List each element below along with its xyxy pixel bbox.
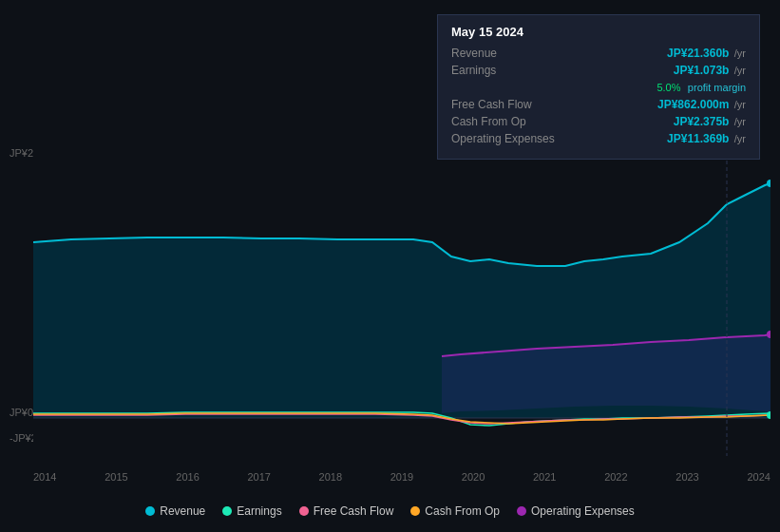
- tooltip-cashop-row: Cash From Op JP¥2.375b /yr: [451, 115, 746, 128]
- legend-label-cash-from-op: Cash From Op: [425, 504, 500, 518]
- x-label-2024: 2024: [747, 471, 770, 483]
- legend-label-earnings: Earnings: [237, 504, 281, 518]
- tooltip-earnings-label: Earnings: [451, 64, 565, 77]
- tooltip-fcf-row: Free Cash Flow JP¥862.000m /yr: [451, 98, 746, 111]
- x-axis: 2014 2015 2016 2017 2018 2019 2020 2021 …: [33, 471, 770, 483]
- tooltip-fcf-label: Free Cash Flow: [451, 98, 565, 111]
- legend-dot-fcf: [299, 506, 309, 516]
- legend-dot-earnings: [222, 506, 232, 516]
- x-label-2014: 2014: [33, 471, 56, 483]
- tooltip-earnings-value: JP¥1.073b: [674, 64, 730, 77]
- x-label-2020: 2020: [462, 471, 485, 483]
- legend-item-revenue[interactable]: Revenue: [145, 504, 205, 518]
- x-label-2021: 2021: [533, 471, 556, 483]
- y-label-zero: JP¥0: [10, 407, 33, 418]
- legend-label-fcf: Free Cash Flow: [314, 504, 394, 518]
- tooltip-opex-row: Operating Expenses JP¥11.369b /yr: [451, 132, 746, 145]
- tooltip-revenue-value: JP¥21.360b: [667, 47, 729, 60]
- chart-legend: Revenue Earnings Free Cash Flow Cash Fro…: [0, 504, 780, 518]
- tooltip-cashop-label: Cash From Op: [451, 115, 565, 128]
- tooltip-profit-margin-value: 5.0%: [656, 82, 680, 93]
- tooltip-earnings-row: Earnings JP¥1.073b /yr: [451, 64, 746, 77]
- legend-dot-revenue: [145, 506, 155, 516]
- x-label-2023: 2023: [675, 471, 698, 483]
- tooltip-earnings-unit: /yr: [734, 65, 746, 76]
- x-label-2016: 2016: [176, 471, 199, 483]
- tooltip-opex-unit: /yr: [734, 133, 746, 144]
- chart-svg: [33, 147, 770, 456]
- tooltip-profit-margin-row: 5.0% profit margin: [451, 81, 746, 94]
- tooltip-panel: May 15 2024 Revenue JP¥21.360b /yr Earni…: [437, 14, 760, 160]
- legend-item-opex[interactable]: Operating Expenses: [517, 504, 635, 518]
- tooltip-cashop-unit: /yr: [734, 116, 746, 127]
- tooltip-opex-value: JP¥11.369b: [667, 132, 729, 145]
- x-label-2019: 2019: [390, 471, 413, 483]
- tooltip-revenue-unit: /yr: [734, 48, 746, 59]
- tooltip-fcf-unit: /yr: [734, 99, 746, 110]
- legend-item-earnings[interactable]: Earnings: [222, 504, 281, 518]
- legend-label-revenue: Revenue: [160, 504, 205, 518]
- tooltip-opex-label: Operating Expenses: [451, 132, 565, 145]
- legend-dot-cash-from-op: [410, 506, 420, 516]
- legend-dot-opex: [517, 506, 526, 516]
- tooltip-revenue-label: Revenue: [451, 47, 565, 60]
- tooltip-date: May 15 2024: [451, 25, 746, 39]
- x-label-2018: 2018: [319, 471, 342, 483]
- tooltip-revenue-row: Revenue JP¥21.360b /yr: [451, 47, 746, 60]
- x-label-2022: 2022: [604, 471, 627, 483]
- x-label-2017: 2017: [247, 471, 270, 483]
- chart-container: May 15 2024 Revenue JP¥21.360b /yr Earni…: [0, 0, 780, 532]
- legend-item-cash-from-op[interactable]: Cash From Op: [410, 504, 500, 518]
- legend-label-opex: Operating Expenses: [531, 504, 635, 518]
- tooltip-cashop-value: JP¥2.375b: [674, 115, 730, 128]
- tooltip-fcf-value: JP¥862.000m: [657, 98, 729, 111]
- tooltip-profit-margin-label: profit margin: [688, 82, 746, 93]
- legend-item-fcf[interactable]: Free Cash Flow: [299, 504, 394, 518]
- x-label-2015: 2015: [105, 471, 127, 483]
